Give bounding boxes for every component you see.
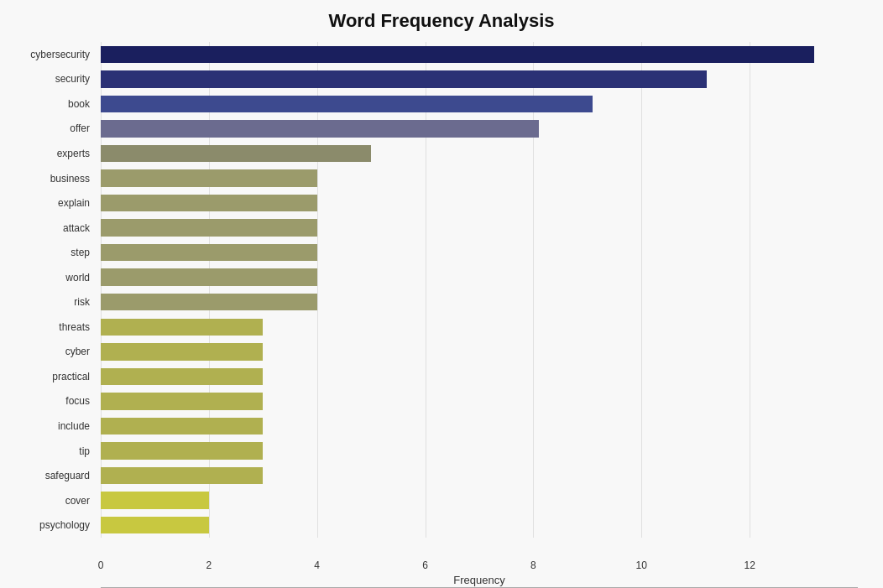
x-axis: Frequency 024681012 [101,542,858,588]
bar-row [101,141,858,166]
y-label-explain: explain [58,197,90,209]
y-label-offer: offer [70,122,90,134]
bar-row [101,42,858,67]
bar-row [101,67,858,92]
bar-row [101,190,858,216]
y-label-world: world [65,272,90,284]
bar-row [101,488,858,513]
x-tick-0: 0 [98,559,104,571]
y-label-psychology: psychology [39,519,90,531]
bar-offer [101,120,539,137]
bar-attack [101,219,317,236]
chart-area [101,42,858,538]
bar-row [101,91,858,117]
bar-cover [101,492,209,508]
bar-row [101,240,858,265]
y-label-cyber: cyber [65,346,90,357]
chart-title: Word Frequency Analysis [0,10,883,32]
y-label-security: security [55,73,90,85]
bar-row [101,117,858,142]
y-label-attack: attack [63,222,90,234]
bar-row [101,414,858,439]
y-label-tip: tip [79,445,90,457]
y-label-risk: risk [74,296,90,308]
bar-explain [101,195,317,211]
y-label-practical: practical [52,371,90,382]
y-axis: cybersecuritysecuritybookofferexpertsbus… [0,42,97,538]
y-label-experts: experts [57,148,90,159]
y-label-focus: focus [65,395,90,407]
x-tick-10: 10 [636,559,647,571]
y-label-include: include [58,420,90,432]
x-tick-2: 2 [206,559,212,571]
bar-row [101,463,858,488]
bar-cybersecurity [101,46,814,63]
bar-security [101,70,707,87]
bar-risk [101,294,317,310]
bar-business [101,169,317,186]
y-label-step: step [71,247,90,258]
bar-row [101,513,858,538]
bar-practical [101,368,263,385]
bar-step [101,244,317,261]
chart-container: Word Frequency Analysis cybersecuritysec… [0,0,883,588]
bar-row [101,315,858,340]
bar-row [101,340,858,365]
y-label-cover: cover [65,495,90,507]
bar-row [101,216,858,241]
bar-book [101,96,593,112]
y-label-threats: threats [59,321,90,333]
x-tick-8: 8 [530,559,536,571]
bar-world [101,268,317,285]
y-label-book: book [68,98,90,110]
bar-psychology [101,517,209,533]
bar-experts [101,145,371,162]
bar-focus [101,393,263,409]
bar-safeguard [101,467,263,484]
x-tick-6: 6 [422,559,428,571]
bar-row [101,364,858,389]
y-label-business: business [50,173,90,185]
y-label-safeguard: safeguard [45,470,90,481]
y-label-cybersecurity: cybersecurity [30,49,90,60]
bar-tip [101,442,263,459]
bar-row [101,265,858,290]
bar-row [101,166,858,191]
bar-row [101,290,858,315]
x-axis-label: Frequency [101,574,858,586]
bar-cyber [101,343,263,360]
bar-include [101,418,263,434]
x-tick-4: 4 [314,559,320,571]
bar-threats [101,319,263,336]
bars-area [101,42,858,538]
bar-row [101,439,858,464]
x-tick-12: 12 [744,559,755,571]
bar-row [101,389,858,414]
